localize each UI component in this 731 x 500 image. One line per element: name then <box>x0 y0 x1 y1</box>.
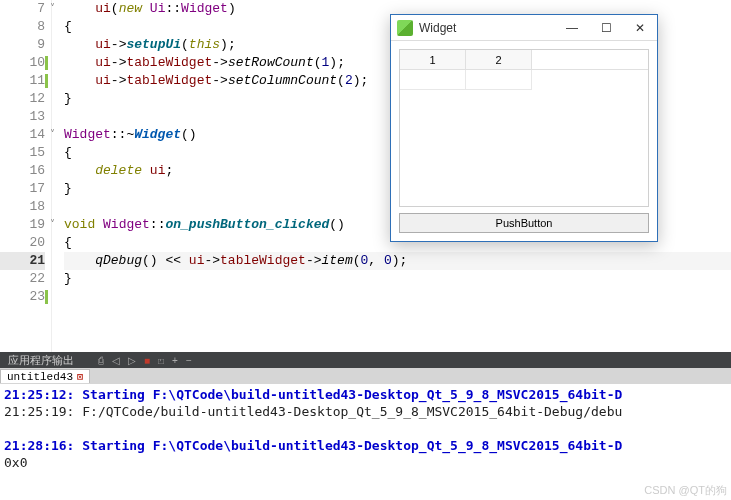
table-header[interactable]: 2 <box>466 50 532 69</box>
output-panel-header: 应用程序输出 ⎙ ◁ ▷ ■ ⏍ + − <box>0 352 731 368</box>
plus-icon[interactable]: + <box>172 355 178 366</box>
output-line: 21:25:19: F:/QTCode/build-untitled43-Des… <box>4 403 727 420</box>
table-header[interactable]: 1 <box>400 50 466 69</box>
tab-label: untitled43 <box>7 371 73 383</box>
play-icon[interactable]: ▷ <box>128 355 136 366</box>
output-line: 21:28:16: Starting F:\QTCode\build-untit… <box>4 437 727 454</box>
line-gutter: 7˅ 8 9 10 11 12 13 14˅ 15 16 17 18 19˅ 2… <box>0 0 52 352</box>
minus-icon[interactable]: − <box>186 355 192 366</box>
window-title: Widget <box>419 21 555 35</box>
maximize-icon[interactable]: ☐ <box>589 15 623 41</box>
qt-app-window[interactable]: Widget — ☐ ✕ 1 2 PushButton <box>390 14 658 242</box>
panel-title: 应用程序输出 <box>0 353 82 368</box>
table-row <box>400 70 648 90</box>
output-tab-bar: untitled43 ⊠ <box>0 368 731 384</box>
watermark: CSDN @QT的狗 <box>644 483 727 498</box>
push-button[interactable]: PushButton <box>399 213 649 233</box>
output-line: 0x0 <box>4 454 727 471</box>
close-icon[interactable]: ✕ <box>623 15 657 41</box>
filter-icon[interactable]: ⎙ <box>98 355 104 366</box>
window-titlebar[interactable]: Widget — ☐ ✕ <box>391 15 657 41</box>
qt-icon <box>397 20 413 36</box>
output-line: 21:25:12: Starting F:\QTCode\build-untit… <box>4 386 727 403</box>
output-pane[interactable]: 21:25:12: Starting F:\QTCode\build-untit… <box>0 384 731 473</box>
fold-icon[interactable]: ˅ <box>50 216 55 234</box>
fold-icon[interactable]: ˅ <box>50 126 55 144</box>
panel-toolbar: ⎙ ◁ ▷ ■ ⏍ + − <box>90 355 200 366</box>
stop-icon[interactable]: ■ <box>144 355 150 366</box>
table-widget[interactable]: 1 2 <box>399 49 649 207</box>
table-cell[interactable] <box>466 70 532 90</box>
close-icon[interactable]: ⊠ <box>77 371 83 383</box>
fold-icon[interactable]: ˅ <box>50 0 55 18</box>
minimize-icon[interactable]: — <box>555 15 589 41</box>
prev-icon[interactable]: ◁ <box>112 355 120 366</box>
attach-icon[interactable]: ⏍ <box>158 355 164 366</box>
table-cell[interactable] <box>400 70 466 90</box>
output-tab[interactable]: untitled43 ⊠ <box>0 369 90 383</box>
